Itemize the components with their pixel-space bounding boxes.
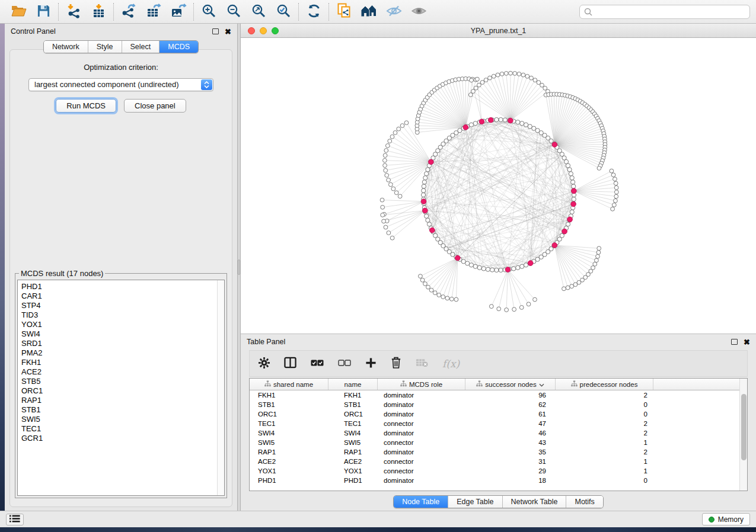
close-window-icon[interactable] [248, 27, 255, 34]
deselect-all-button[interactable] [338, 359, 351, 368]
close-panel-icon[interactable]: ✖ [225, 28, 231, 36]
mcds-result-item[interactable]: STP4 [21, 301, 224, 310]
splitter-handle[interactable] [238, 259, 240, 275]
mcds-result-item[interactable]: GCR1 [21, 434, 224, 443]
mcds-result-item[interactable]: RAP1 [21, 396, 224, 405]
table-tab-node-table[interactable]: Node Table [394, 496, 448, 508]
column-header-successor-nodes[interactable]: successor nodes [465, 379, 556, 390]
run-mcds-button[interactable]: Run MCDS [56, 99, 116, 113]
search-box [579, 5, 750, 19]
mcds-result-item[interactable]: PMA2 [21, 348, 224, 358]
cell-predecessor-nodes: 0 [556, 401, 653, 408]
table-settings-button[interactable] [259, 357, 270, 370]
zoom-fit-button[interactable] [246, 2, 271, 22]
table-scrollbar[interactable] [739, 379, 747, 491]
mcds-result-item[interactable]: PHD1 [21, 282, 224, 291]
memory-status-icon [709, 517, 714, 523]
show-all-button[interactable] [406, 2, 431, 22]
export-table-button[interactable] [141, 2, 166, 22]
export-image-button[interactable] [166, 2, 191, 22]
table-tab-network-table[interactable]: Network Table [502, 496, 566, 508]
delete-column-button[interactable] [391, 357, 401, 370]
zoom-out-button[interactable] [221, 2, 246, 22]
hide-selected-button[interactable] [381, 2, 406, 22]
delete-table-button[interactable] [416, 358, 428, 369]
table-tab-edge-table[interactable]: Edge Table [448, 496, 502, 508]
function-builder-button[interactable]: f(x) [442, 358, 460, 370]
table-scrollbar-thumb[interactable] [741, 394, 747, 460]
close-panel-button[interactable]: Close panel [124, 99, 186, 113]
refresh-layout-button[interactable] [301, 2, 326, 22]
table-row[interactable]: FKH1FKH1dominator962 [250, 390, 747, 400]
houses-button[interactable] [356, 2, 381, 22]
memory-label: Memory [718, 515, 744, 524]
column-header-shared-name[interactable]: shared name [250, 379, 328, 390]
memory-button[interactable]: Memory [702, 513, 750, 525]
import-network-icon [66, 4, 81, 20]
table-row[interactable]: TEC1TEC1connector472 [250, 419, 747, 428]
cell-successor-nodes: 29 [465, 467, 556, 475]
mcds-result-item[interactable]: TID3 [21, 310, 224, 320]
mcds-list-scrollbar[interactable] [217, 280, 224, 495]
mcds-result-item[interactable]: SWI4 [21, 329, 224, 339]
mcds-result-item[interactable]: STB5 [21, 377, 224, 386]
network-canvas[interactable] [241, 38, 756, 333]
float-panel-icon[interactable] [212, 28, 219, 34]
table-row[interactable]: STB1STB1dominator620 [250, 400, 747, 409]
export-network-button[interactable] [116, 2, 141, 22]
table-row[interactable]: SWI5SWI5connector431 [250, 438, 747, 447]
mcds-result-item[interactable]: SWI5 [21, 415, 224, 424]
zoom-selected-button[interactable] [271, 2, 296, 22]
tab-network[interactable]: Network [44, 41, 88, 53]
cell-successor-nodes: 62 [465, 401, 556, 408]
close-table-panel-icon[interactable]: ✖ [744, 338, 750, 346]
task-history-button[interactable] [6, 514, 24, 525]
table-row[interactable]: RAP1RAP1dominator352 [250, 447, 747, 457]
mcds-result-item[interactable]: FKH1 [21, 358, 224, 367]
maximize-window-icon[interactable] [272, 27, 279, 34]
search-input[interactable] [595, 6, 745, 18]
column-header-predecessor-nodes[interactable]: predecessor nodes [556, 379, 653, 390]
cell-successor-nodes: 46 [465, 430, 556, 437]
table-row[interactable]: PHD1PHD1dominator180 [250, 476, 747, 485]
network-window: YPA_prune.txt_1 [241, 24, 756, 334]
import-table-button[interactable] [86, 2, 111, 22]
plus-icon [365, 357, 377, 370]
cell-predecessor-nodes: 2 [556, 420, 653, 427]
save-session-button[interactable] [31, 2, 56, 22]
import-network-button[interactable] [61, 2, 86, 22]
open-file-button[interactable] [6, 2, 31, 22]
mcds-result-item[interactable]: YOX1 [21, 320, 224, 329]
float-table-panel-icon[interactable] [731, 339, 738, 345]
minimize-window-icon[interactable] [260, 27, 267, 34]
criterion-select[interactable]: largest connected component (undirected) [28, 78, 213, 91]
table-row[interactable]: ORC1ORC1dominator610 [250, 409, 747, 419]
add-column-button[interactable] [365, 357, 377, 370]
select-all-button[interactable] [311, 359, 324, 368]
tab-style[interactable]: Style [88, 41, 122, 53]
mcds-result-item[interactable]: ORC1 [21, 386, 224, 396]
column-tree-icon [264, 380, 271, 388]
column-header-name[interactable]: name [328, 379, 378, 390]
control-panel-header: Control Panel ✖ [5, 24, 237, 39]
cell-shared-name: FKH1 [250, 392, 328, 399]
clone-network-button[interactable] [331, 2, 356, 22]
mcds-result-item[interactable]: STB1 [21, 405, 224, 415]
table-tab-motifs[interactable]: Motifs [566, 496, 602, 508]
column-header-MCDS-role[interactable]: MCDS role [378, 379, 465, 390]
mcds-result-item[interactable]: CAR1 [21, 291, 224, 301]
table-row[interactable]: ACE2ACE2connector311 [250, 457, 747, 466]
table-row[interactable]: YOX1YOX1connector291 [250, 466, 747, 476]
network-window-titlebar[interactable]: YPA_prune.txt_1 [241, 24, 756, 38]
eye-slash-icon [386, 5, 402, 19]
mcds-result-item[interactable]: SRD1 [21, 339, 224, 348]
tab-mcds[interactable]: MCDS [159, 41, 198, 53]
mcds-result-item[interactable]: TEC1 [21, 424, 224, 434]
cell-MCDS-role: dominator [378, 411, 465, 418]
mcds-result-list[interactable]: PHD1CAR1STP4TID3YOX1SWI4SRD1PMA2FKH1ACE2… [17, 280, 225, 496]
tab-select[interactable]: Select [122, 41, 160, 53]
mcds-result-item[interactable]: ACE2 [21, 367, 224, 377]
zoom-in-button[interactable] [196, 2, 221, 22]
column-layout-button[interactable] [284, 357, 296, 370]
table-row[interactable]: SWI4SWI4dominator462 [250, 428, 747, 438]
